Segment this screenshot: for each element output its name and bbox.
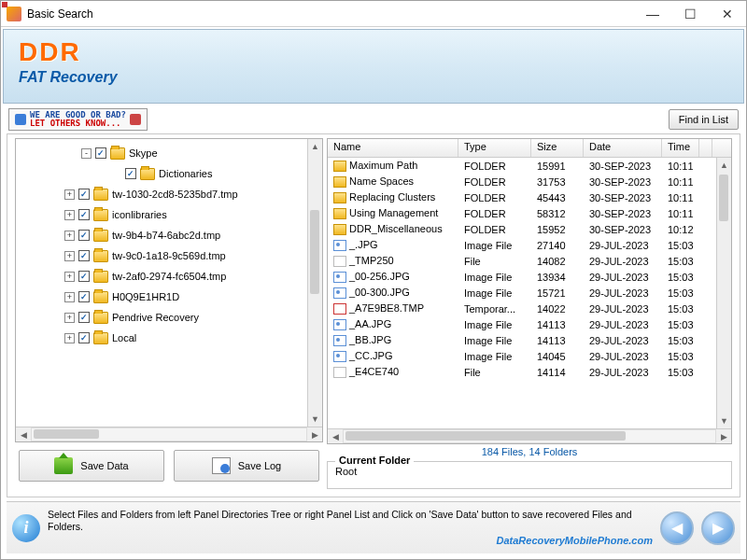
tree-item[interactable]: +✓Pendrive Recovery [16, 307, 307, 328]
toggle-icon[interactable]: + [64, 313, 75, 323]
list-row[interactable]: Replacing ClustersFOLDER4544330-SEP-2023… [328, 189, 716, 205]
col-scroll-corner [699, 139, 712, 157]
col-name[interactable]: Name [328, 139, 458, 157]
file-list[interactable]: Maximum PathFOLDER1599130-SEP-202310:11N… [328, 158, 716, 428]
col-size[interactable]: Size [531, 139, 584, 157]
save-data-button[interactable]: Save Data [19, 450, 164, 482]
tree-item-label: tw-9b4-b74-6abc2d.tmp [112, 230, 220, 241]
tree-item[interactable]: +✓tw-2af0-2974-fc6504.tmp [16, 266, 307, 287]
list-row[interactable]: _AA.JPGImage File1411329-JUL-202315:03 [328, 316, 716, 332]
folder-icon [93, 271, 108, 283]
checkbox[interactable]: ✓ [78, 209, 90, 220]
feedback-link[interactable]: WE ARE GOOD OR BAD? LET OTHERS KNOW... [8, 108, 148, 131]
img-icon [333, 335, 346, 346]
feedback-line2: LET OTHERS KNOW... [30, 119, 121, 128]
scroll-down-icon[interactable]: ▼ [717, 413, 731, 428]
tree-item-label: tw-9c0-1a18-9c569d.tmp [112, 250, 226, 261]
list-row[interactable]: _CC.JPGImage File1404529-JUL-202315:03 [328, 348, 716, 364]
toggle-icon[interactable]: + [64, 272, 75, 282]
checkbox[interactable]: ✓ [125, 168, 136, 179]
tree-item[interactable]: +✓Local [16, 328, 307, 348]
right-pane: Name Type Size Date Time Maximum PathFOL… [327, 134, 732, 493]
tree-item[interactable]: +✓tw-1030-2cd8-5235bd7.tmp [16, 184, 307, 204]
list-vscrollbar[interactable]: ▲ ▼ [716, 158, 731, 428]
scroll-up-icon[interactable]: ▲ [717, 158, 731, 173]
tree-hscrollbar[interactable]: ◀ ▶ [16, 427, 322, 441]
checkbox[interactable]: ✓ [78, 291, 90, 302]
tree-vscrollbar[interactable]: ▲ ▼ [307, 139, 322, 427]
scroll-left-icon[interactable]: ◀ [16, 427, 31, 441]
save-icon [54, 457, 73, 474]
list-row[interactable]: Using ManagementFOLDER5831230-SEP-202310… [328, 205, 716, 221]
toggle-icon[interactable]: + [64, 292, 75, 302]
list-row[interactable]: _TMP250File1408229-JUL-202315:03 [328, 253, 716, 269]
toggle-icon[interactable]: + [64, 251, 75, 261]
save-log-label: Save Log [238, 460, 281, 471]
scroll-thumb[interactable] [719, 175, 728, 221]
tree-item[interactable]: +✓H0Q9E1HR1D [16, 287, 307, 307]
img-icon [333, 319, 346, 330]
checkbox[interactable]: ✓ [78, 230, 90, 241]
folder-icon [333, 224, 346, 235]
checkbox[interactable]: ✓ [78, 332, 90, 343]
list-row[interactable]: _00-300.JPGImage File1572129-JUL-202315:… [328, 285, 716, 301]
forward-button[interactable]: ▶ [701, 511, 735, 545]
tree-item[interactable]: ✓Dictionaries [16, 163, 307, 184]
list-row[interactable]: _E4CE740File1411429-JUL-202315:03 [328, 364, 716, 380]
list-row[interactable]: _A7E9BE8.TMPTemporar...1402229-JUL-20231… [328, 301, 716, 316]
scroll-left-icon[interactable]: ◀ [328, 429, 343, 443]
footer-hint: Select Files and Folders from left Panel… [48, 509, 653, 548]
checkbox[interactable]: ✓ [78, 189, 90, 200]
save-log-button[interactable]: Save Log [174, 450, 319, 482]
folder-icon [333, 192, 346, 203]
list-row[interactable]: _.JPGImage File2714029-JUL-202315:03 [328, 237, 716, 253]
toggle-icon[interactable]: - [81, 148, 92, 159]
img-icon [333, 272, 346, 283]
tree-panel: -✓Skype✓Dictionaries+✓tw-1030-2cd8-5235b… [15, 138, 323, 442]
toggle-icon[interactable]: + [64, 189, 75, 200]
list-row[interactable]: DDR_MiscellaneousFOLDER1595230-SEP-20231… [328, 221, 716, 237]
scroll-down-icon[interactable]: ▼ [308, 412, 322, 427]
list-row[interactable]: Name SpacesFOLDER3175330-SEP-202310:11 [328, 174, 716, 189]
toggle-icon[interactable]: + [64, 231, 75, 241]
app-icon [7, 7, 21, 21]
file-list-panel: Name Type Size Date Time Maximum PathFOL… [327, 138, 732, 444]
checkbox[interactable]: ✓ [78, 312, 90, 323]
col-type[interactable]: Type [458, 139, 531, 157]
current-folder-path: Root [335, 466, 724, 477]
scroll-right-icon[interactable]: ▶ [307, 427, 322, 441]
scroll-thumb[interactable] [34, 429, 99, 439]
find-in-list-button[interactable]: Find in List [669, 109, 739, 130]
toggle-icon[interactable]: + [64, 210, 75, 220]
banner: DDR FAT Recovery [3, 29, 744, 104]
tree-item[interactable]: +✓iconlibraries [16, 204, 307, 225]
list-row[interactable]: Maximum PathFOLDER1599130-SEP-202310:11 [328, 158, 716, 174]
product-name: FAT Recovery [19, 69, 728, 86]
maximize-button[interactable]: ☐ [671, 1, 709, 27]
list-row[interactable]: _00-256.JPGImage File1393429-JUL-202315:… [328, 269, 716, 285]
tree-item[interactable]: -✓Skype [16, 143, 307, 163]
checkbox[interactable]: ✓ [95, 147, 106, 159]
scroll-thumb[interactable] [345, 431, 626, 441]
minimize-button[interactable]: — [634, 1, 671, 27]
back-button[interactable]: ◀ [660, 511, 694, 545]
scroll-right-icon[interactable]: ▶ [716, 429, 731, 443]
scroll-up-icon[interactable]: ▲ [308, 139, 322, 154]
brand-logo: DDR [19, 37, 728, 67]
scroll-thumb[interactable] [310, 210, 319, 294]
tree-item-label: tw-1030-2cd8-5235bd7.tmp [112, 189, 238, 200]
checkbox[interactable]: ✓ [78, 250, 90, 261]
directory-tree[interactable]: -✓Skype✓Dictionaries+✓tw-1030-2cd8-5235b… [16, 139, 307, 427]
checkbox[interactable]: ✓ [78, 271, 90, 282]
folder-icon [93, 332, 108, 344]
close-button[interactable]: ✕ [709, 1, 746, 27]
list-hscrollbar[interactable]: ◀ ▶ [328, 428, 731, 443]
tree-item-label: Pendrive Recovery [112, 312, 199, 323]
toggle-icon[interactable]: + [64, 333, 75, 343]
tree-item-label: Skype [129, 147, 158, 159]
col-date[interactable]: Date [584, 139, 662, 157]
col-time[interactable]: Time [662, 139, 699, 157]
tree-item[interactable]: +✓tw-9c0-1a18-9c569d.tmp [16, 245, 307, 266]
tree-item[interactable]: +✓tw-9b4-b74-6abc2d.tmp [16, 225, 307, 245]
list-row[interactable]: _BB.JPGImage File1411329-JUL-202315:03 [328, 332, 716, 348]
